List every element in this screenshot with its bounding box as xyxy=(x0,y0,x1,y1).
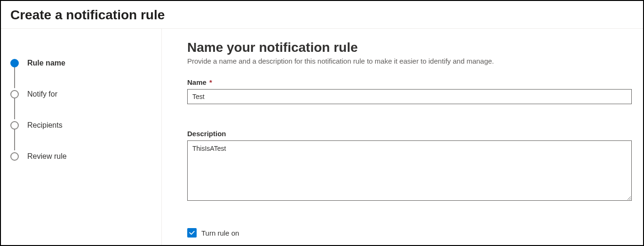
description-input[interactable] xyxy=(187,140,632,201)
turn-rule-on-row: Turn rule on xyxy=(187,228,632,238)
wizard-steps-sidebar: Rule name Notify for Recipients Review r… xyxy=(1,29,162,246)
turn-rule-on-checkbox[interactable] xyxy=(187,228,197,238)
step-recipients[interactable]: Recipients xyxy=(10,110,152,141)
description-label: Description xyxy=(187,130,632,138)
name-field-block: Name * xyxy=(187,78,632,104)
step-label: Notify for xyxy=(27,90,57,98)
main-panel: Name your notification rule Provide a na… xyxy=(162,29,643,246)
section-heading: Name your notification rule xyxy=(187,40,632,55)
name-label-text: Name xyxy=(187,78,207,86)
page-title: Create a notification rule xyxy=(10,8,634,23)
name-label: Name * xyxy=(187,78,632,86)
required-asterisk: * xyxy=(209,78,212,86)
step-marker-icon xyxy=(10,152,19,161)
step-marker-icon xyxy=(10,121,19,130)
description-field-block: Description xyxy=(187,130,632,203)
step-label: Review rule xyxy=(27,152,67,161)
step-notify-for[interactable]: Notify for xyxy=(10,79,152,110)
check-icon xyxy=(189,230,195,236)
step-label: Recipients xyxy=(27,121,63,130)
step-rule-name[interactable]: Rule name xyxy=(10,48,152,79)
page-header: Create a notification rule xyxy=(1,1,643,29)
section-subtitle: Provide a name and a description for thi… xyxy=(187,57,632,65)
step-marker-active-icon xyxy=(10,59,19,67)
step-marker-icon xyxy=(10,90,19,98)
step-review-rule[interactable]: Review rule xyxy=(10,141,152,172)
name-input[interactable] xyxy=(187,89,632,104)
turn-rule-on-label: Turn rule on xyxy=(201,229,239,237)
step-label: Rule name xyxy=(27,59,65,67)
